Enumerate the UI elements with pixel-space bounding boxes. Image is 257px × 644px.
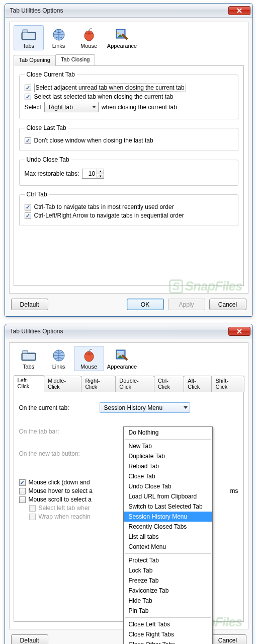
- category-appearance-item[interactable]: Appearance: [104, 25, 140, 50]
- tab-left-click[interactable]: Left-Click: [14, 375, 44, 392]
- dropdown-item[interactable]: Load URL from Clipboard: [124, 491, 212, 502]
- category-tabs-item[interactable]: Tabs: [14, 25, 44, 50]
- dropdown-item[interactable]: Reload Tab: [124, 461, 212, 471]
- checkbox-label: Mouse hover to select a: [29, 487, 93, 494]
- titlebar: Tab Utilities Options: [5, 324, 252, 338]
- category-mouse-item[interactable]: Mouse: [74, 346, 104, 371]
- checkbox-wrap: [29, 514, 36, 520]
- checkbox-mouse-click[interactable]: [19, 479, 26, 486]
- default-button[interactable]: Default: [11, 634, 48, 644]
- close-button[interactable]: [228, 6, 250, 15]
- category-label: Tabs: [14, 364, 43, 370]
- dropdown-item[interactable]: Duplicate Tab: [124, 451, 212, 461]
- category-tabs-item[interactable]: Tabs: [14, 346, 44, 371]
- dropdown-item[interactable]: Recently Closed Tabs: [124, 522, 212, 532]
- max-restorable-spinner[interactable]: 10 ▲ ▼: [82, 169, 104, 179]
- category-label: Appearance: [105, 364, 140, 370]
- cancel-button[interactable]: Cancel: [209, 299, 246, 310]
- dropdown-item[interactable]: Switch to Last Selected Tab: [124, 502, 212, 512]
- mouse-icon: [81, 348, 97, 363]
- checkbox-label: Select left tab wher: [39, 505, 90, 512]
- tab-alt-click[interactable]: Alt-Click: [184, 376, 212, 392]
- category-label: Appearance: [105, 43, 140, 49]
- svg-point-15: [117, 353, 119, 355]
- tab-right-click[interactable]: Right-Click: [81, 376, 116, 392]
- category-links-item[interactable]: Links: [44, 25, 74, 50]
- category-links-item[interactable]: Links: [44, 346, 74, 371]
- chevron-down-icon: [92, 106, 96, 108]
- checkbox-label: Don't close window when closing the last…: [34, 137, 153, 144]
- ok-button[interactable]: OK: [127, 299, 164, 310]
- dropdown-item[interactable]: Hide Tab: [124, 596, 212, 606]
- titlebar: Tab Utilities Options: [5, 4, 252, 18]
- checkbox-label: Mouse click (down and: [29, 479, 90, 486]
- tab-ctrl-click[interactable]: Ctrl-Click: [154, 376, 184, 392]
- on-bar-label: On the tab bar:: [19, 428, 95, 435]
- content-frame: Tabs Links Mouse: [9, 22, 248, 294]
- group-close-last: Close Last Tab Don't close window when c…: [19, 124, 238, 151]
- tab-closing[interactable]: Tab Closing: [55, 54, 95, 65]
- category-appearance-item[interactable]: Appearance: [104, 346, 140, 371]
- dropdown-item[interactable]: Session History Menu: [124, 512, 212, 522]
- appearance-icon: [114, 348, 130, 363]
- category-label: Tabs: [14, 43, 43, 49]
- tab-double-click[interactable]: Double-Click: [115, 376, 154, 392]
- dropdown-item[interactable]: Protect Tab: [124, 555, 212, 565]
- group-close-current: Close Current Tab Select adjacent unread…: [19, 71, 238, 119]
- close-button[interactable]: [228, 327, 250, 336]
- category-tabs: Tabs Links Mouse: [14, 25, 244, 50]
- svg-rect-1: [23, 30, 28, 33]
- dropdown-item[interactable]: Close Other Tabs: [124, 639, 212, 644]
- select-label: Select: [25, 104, 41, 111]
- on-current-combo[interactable]: Session History Menu: [100, 402, 190, 413]
- group-legend: Undo Close Tab: [25, 156, 71, 163]
- category-mouse-item[interactable]: Mouse: [74, 25, 104, 50]
- hover-suffix: ms: [230, 487, 238, 494]
- dropdown-item[interactable]: Undo Close Tab: [124, 481, 212, 491]
- dropdown-item[interactable]: Faviconize Tab: [124, 586, 212, 596]
- checkbox-label: Select adjacent unread tab when closing …: [34, 84, 186, 92]
- dropdown-separator: [125, 553, 211, 554]
- spinner-down[interactable]: ▼: [97, 174, 104, 179]
- on-new-btn-label: On the new tab button:: [19, 450, 95, 457]
- tab-page: Close Current Tab Select adjacent unread…: [14, 66, 244, 286]
- action-dropdown[interactable]: Do NothingNew TabDuplicate TabReload Tab…: [123, 426, 213, 644]
- checkbox-mouse-hover[interactable]: [19, 488, 26, 494]
- checkbox-ctrl-arrow[interactable]: [25, 212, 31, 219]
- dropdown-item[interactable]: Close Left Tabs: [124, 619, 212, 629]
- category-label: Links: [44, 364, 73, 370]
- dropdown-item[interactable]: Close Tab: [124, 471, 212, 481]
- on-current-row: On the current tab: Session History Menu: [19, 402, 238, 413]
- category-label: Mouse: [74, 364, 104, 370]
- dropdown-item[interactable]: Close Right Tabs: [124, 629, 212, 639]
- dropdown-item[interactable]: Do Nothing: [124, 427, 212, 438]
- checkbox-ctrl-tab[interactable]: [25, 204, 31, 210]
- tab-middle-click[interactable]: Middle-Click: [44, 376, 81, 392]
- dropdown-item[interactable]: Freeze Tab: [124, 576, 212, 586]
- tab-shift-click[interactable]: Shift-Click: [211, 376, 244, 392]
- default-button[interactable]: Default: [11, 299, 48, 310]
- dropdown-item[interactable]: Lock Tab: [124, 565, 212, 576]
- dropdown-item[interactable]: Context Menu: [124, 542, 212, 552]
- globe-icon: [51, 348, 67, 363]
- chevron-down-icon: [184, 406, 188, 409]
- spinner-up[interactable]: ▲: [97, 169, 104, 174]
- checkbox-label: Wrap when reachin: [39, 513, 91, 520]
- checkbox-last-selected[interactable]: [25, 94, 31, 100]
- cancel-button[interactable]: Cancel: [209, 634, 246, 644]
- checkbox-adjacent-unread[interactable]: [25, 85, 31, 91]
- checkbox-dont-close-window[interactable]: [25, 137, 31, 144]
- tab-opening[interactable]: Tab Opening: [14, 55, 56, 66]
- checkbox-select-left: [29, 505, 36, 512]
- dropdown-item[interactable]: List all tabs: [124, 532, 212, 542]
- options-window-mouse: Tab Utilities Options Tabs: [5, 324, 253, 644]
- window-title: Tab Utilities Options: [10, 328, 228, 335]
- category-label: Links: [44, 43, 73, 49]
- combo-value: Right tab: [49, 104, 73, 111]
- dropdown-item[interactable]: Pin Tab: [124, 606, 212, 616]
- dropdown-item[interactable]: New Tab: [124, 441, 212, 451]
- select-tab-combo[interactable]: Right tab: [44, 102, 99, 112]
- apply-button[interactable]: Apply: [168, 299, 205, 310]
- on-current-label: On the current tab:: [19, 404, 95, 411]
- checkbox-mouse-scroll[interactable]: [19, 496, 26, 503]
